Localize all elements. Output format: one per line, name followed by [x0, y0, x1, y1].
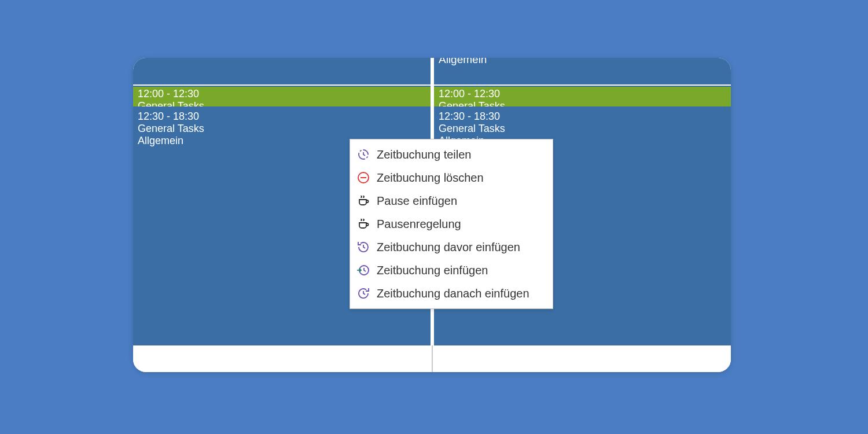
menu-item-break-rule[interactable]: Pausenregelung [350, 212, 553, 236]
time-entry-green[interactable]: 12:00 - 12:30 General Tasks [434, 87, 731, 106]
context-menu: Zeitbuchung teilen Zeitbuchung löschen P… [350, 139, 553, 309]
coffee-cup-icon [356, 216, 371, 231]
menu-item-delete-booking[interactable]: Zeitbuchung löschen [350, 166, 553, 189]
menu-item-label: Pausenregelung [377, 218, 461, 231]
clock-arrow-in-icon [356, 263, 371, 278]
time-entry-green[interactable]: 12:00 - 12:30 General Tasks [133, 87, 431, 106]
menu-item-insert-before[interactable]: Zeitbuchung davor einfügen [350, 236, 553, 259]
circle-minus-icon [356, 170, 371, 185]
entry-time: 12:30 - 18:30 [133, 107, 431, 123]
calendar-row-top[interactable]: Allgemein [434, 58, 731, 86]
entry-title: General Tasks [434, 123, 731, 135]
menu-item-label: Zeitbuchung löschen [377, 171, 484, 185]
footer-divider [432, 345, 433, 372]
menu-item-label: Pause einfügen [377, 194, 457, 208]
clock-back-arrow-icon [356, 240, 371, 255]
clock-forward-arrow-icon [356, 286, 371, 301]
entry-time: 12:30 - 18:30 [434, 107, 731, 123]
entry-time: 12:00 - 12:30 [133, 87, 431, 100]
menu-item-insert-after[interactable]: Zeitbuchung danach einfügen [350, 282, 553, 305]
menu-item-split-booking[interactable]: Zeitbuchung teilen [350, 143, 553, 166]
clock-split-icon [356, 147, 371, 162]
menu-item-label: Zeitbuchung einfügen [377, 264, 488, 277]
menu-item-label: Zeitbuchung davor einfügen [377, 241, 520, 254]
entry-title: General Tasks [434, 100, 731, 106]
menu-item-label: Zeitbuchung teilen [377, 148, 471, 161]
coffee-cup-icon [356, 193, 371, 208]
menu-item-insert-break[interactable]: Pause einfügen [350, 189, 553, 212]
menu-item-label: Zeitbuchung danach einfügen [377, 287, 529, 300]
entry-title: General Tasks [133, 123, 431, 135]
entry-title: General Tasks [133, 100, 431, 106]
calendar-row-top[interactable] [133, 58, 431, 86]
entry-subtitle-partial: Allgemein [439, 58, 487, 66]
entry-time: 12:00 - 12:30 [434, 87, 731, 100]
menu-item-insert-booking[interactable]: Zeitbuchung einfügen [350, 259, 553, 282]
